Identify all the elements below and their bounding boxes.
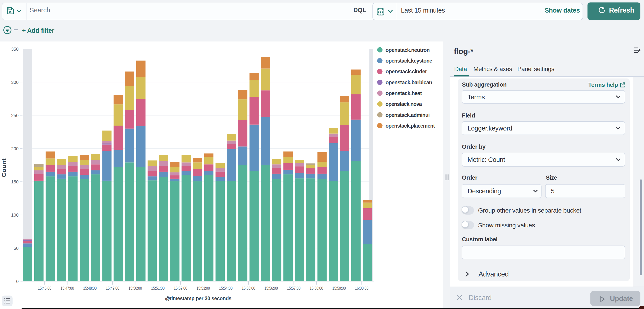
svg-text:350: 350 bbox=[11, 46, 18, 51]
svg-text:0: 0 bbox=[16, 279, 18, 284]
svg-text:15:50:00: 15:50:00 bbox=[128, 286, 142, 290]
svg-text:200: 200 bbox=[11, 146, 18, 151]
svg-text:openstack.adminui: openstack.adminui bbox=[386, 112, 430, 118]
svg-text:15:51:00: 15:51:00 bbox=[151, 286, 164, 290]
svg-text:300: 300 bbox=[11, 80, 18, 84]
svg-text:15:59:00: 15:59:00 bbox=[332, 286, 346, 290]
svg-text:100: 100 bbox=[11, 212, 18, 217]
svg-text:15:49:00: 15:49:00 bbox=[106, 286, 119, 290]
svg-text:50: 50 bbox=[14, 246, 18, 250]
svg-text:Count: Count bbox=[1, 158, 7, 177]
svg-text:16:00:00: 16:00:00 bbox=[355, 286, 368, 290]
svg-text:@timestamp per 30 seconds: @timestamp per 30 seconds bbox=[165, 295, 232, 302]
svg-text:15:55:00: 15:55:00 bbox=[242, 286, 255, 290]
svg-text:15:53:00: 15:53:00 bbox=[196, 286, 210, 290]
svg-text:openstack.placement: openstack.placement bbox=[386, 123, 435, 129]
svg-text:250: 250 bbox=[11, 113, 18, 118]
svg-text:15:54:00: 15:54:00 bbox=[219, 286, 232, 290]
svg-text:openstack.barbican: openstack.barbican bbox=[386, 79, 432, 85]
svg-text:15:52:00: 15:52:00 bbox=[174, 286, 187, 290]
svg-text:150: 150 bbox=[11, 179, 18, 184]
svg-text:openstack.keystone: openstack.keystone bbox=[386, 58, 432, 64]
svg-text:openstack.heat: openstack.heat bbox=[386, 90, 422, 96]
svg-text:openstack.nova: openstack.nova bbox=[386, 101, 422, 107]
svg-text:openstack.cinder: openstack.cinder bbox=[386, 68, 427, 74]
svg-text:15:58:00: 15:58:00 bbox=[310, 286, 323, 290]
svg-text:15:57:00: 15:57:00 bbox=[287, 286, 300, 290]
svg-text:15:48:00: 15:48:00 bbox=[83, 286, 97, 290]
svg-text:15:46:00: 15:46:00 bbox=[38, 286, 51, 290]
svg-text:15:56:00: 15:56:00 bbox=[264, 286, 278, 290]
svg-text:openstack.neutron: openstack.neutron bbox=[386, 47, 430, 53]
svg-text:15:47:00: 15:47:00 bbox=[60, 286, 74, 290]
